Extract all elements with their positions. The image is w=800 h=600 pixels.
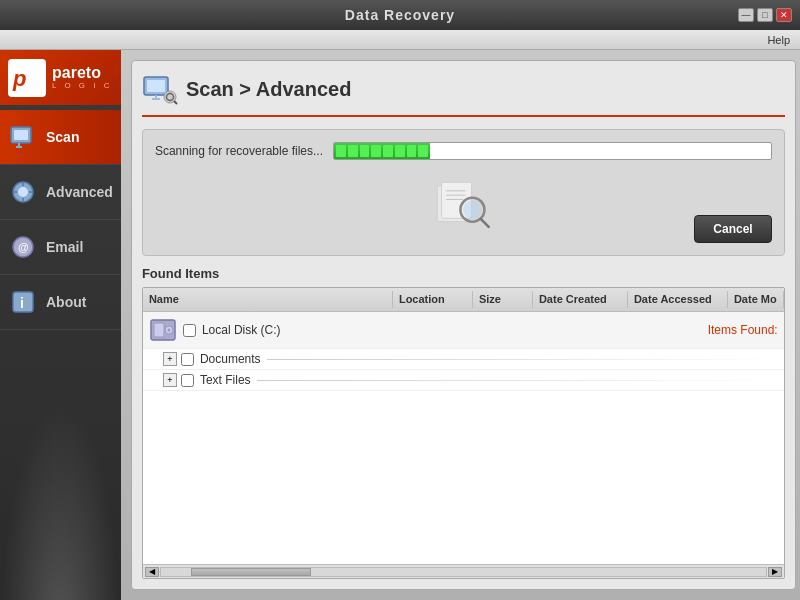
window-controls: — □ ✕ [738,8,792,22]
progress-segment-8 [418,145,428,157]
svg-text:p: p [12,66,26,91]
svg-rect-3 [14,130,28,140]
disk-icon [149,316,177,344]
svg-point-29 [463,200,482,219]
sidebar-item-about[interactable]: i About [0,275,121,330]
documents-line [267,359,778,360]
scan-nav-icon [8,122,38,152]
scroll-track[interactable] [160,567,767,577]
col-location: Location [393,291,473,308]
disk-checkbox[interactable] [183,324,196,337]
logo-text: pareto L O G I C [52,65,113,90]
table-body: Local Disk (C:) Items Found: + Documents… [143,312,784,564]
scroll-thumb[interactable] [191,568,311,576]
col-name: Name [143,291,393,308]
scroll-right-button[interactable]: ▶ [768,567,782,577]
items-found-text: Items Found: [708,323,778,337]
progress-segment-7 [407,145,417,157]
table-row: + Documents [143,349,784,370]
advanced-nav-icon [8,177,38,207]
table-row: Local Disk (C:) Items Found: [143,312,784,349]
col-date-accessed: Date Accessed [628,291,728,308]
documents-checkbox[interactable] [181,353,194,366]
table-row: + Text Files [143,370,784,391]
progress-segment-5 [383,145,393,157]
content-area: Scan > Advanced Scanning for recoverable… [121,50,800,600]
scan-status-text: Scanning for recoverable files... [155,144,323,158]
progress-segment-1 [336,145,346,157]
title-bar: Data Recovery — □ ✕ [0,0,800,30]
logo-area: p pareto L O G I C [0,50,121,105]
progress-bar-container [333,142,772,160]
logo-icon: p [8,59,46,97]
disk-name: Local Disk (C:) [202,323,281,337]
app-title: Data Recovery [345,7,455,23]
svg-point-34 [167,329,170,332]
expand-documents-button[interactable]: + [163,352,177,366]
help-bar: Help [0,30,800,50]
sidebar-item-email[interactable]: @ Email [0,220,121,275]
found-items-label: Found Items [142,266,785,281]
email-nav-icon: @ [8,232,38,262]
expand-textfiles-button[interactable]: + [163,373,177,387]
svg-text:@: @ [18,241,29,253]
page-title: Scan > Advanced [186,78,351,101]
nav-items: Scan Advanced [0,105,121,330]
advanced-label: Advanced [46,184,113,200]
help-link[interactable]: Help [767,34,790,46]
svg-line-30 [481,219,489,227]
main-layout: p pareto L O G I C Scan [0,50,800,600]
sidebar-item-scan[interactable]: Scan [0,110,121,165]
scroll-left-button[interactable]: ◀ [145,567,159,577]
svg-text:i: i [20,295,24,311]
col-size: Size [473,291,533,308]
scan-status-row: Scanning for recoverable files... [155,142,772,160]
close-button[interactable]: ✕ [776,8,792,22]
svg-line-22 [174,101,177,104]
about-label: About [46,294,86,310]
col-date-created: Date Created [533,291,628,308]
progress-bar-fill [334,143,430,159]
maximize-button[interactable]: □ [757,8,773,22]
minimize-button[interactable]: — [738,8,754,22]
found-items-container: Name Location Size Date Created Date Acc… [142,287,785,579]
content-panel: Scan > Advanced Scanning for recoverable… [131,60,796,590]
page-header-icon [142,71,178,107]
progress-segment-6 [395,145,405,157]
horizontal-scrollbar: ◀ ▶ [143,564,784,578]
textfiles-label: Text Files [200,373,251,387]
sidebar-item-advanced[interactable]: Advanced [0,165,121,220]
svg-point-7 [18,187,28,197]
page-header: Scan > Advanced [142,71,785,117]
scan-label: Scan [46,129,79,145]
sidebar-background [0,400,121,600]
about-nav-icon: i [8,287,38,317]
documents-label: Documents [200,352,261,366]
scan-magnifier-icon [433,175,493,238]
textfiles-checkbox[interactable] [181,374,194,387]
progress-segment-2 [348,145,358,157]
email-label: Email [46,239,83,255]
progress-segment-3 [360,145,370,157]
table-header: Name Location Size Date Created Date Acc… [143,288,784,312]
svg-rect-32 [154,323,164,337]
progress-segment-4 [371,145,381,157]
textfiles-line [257,380,778,381]
col-date-modified: Date Mo [728,291,784,308]
cancel-button[interactable]: Cancel [694,215,771,243]
sidebar: p pareto L O G I C Scan [0,50,121,600]
scan-section: Scanning for recoverable files... [142,129,785,256]
svg-rect-17 [147,80,165,92]
